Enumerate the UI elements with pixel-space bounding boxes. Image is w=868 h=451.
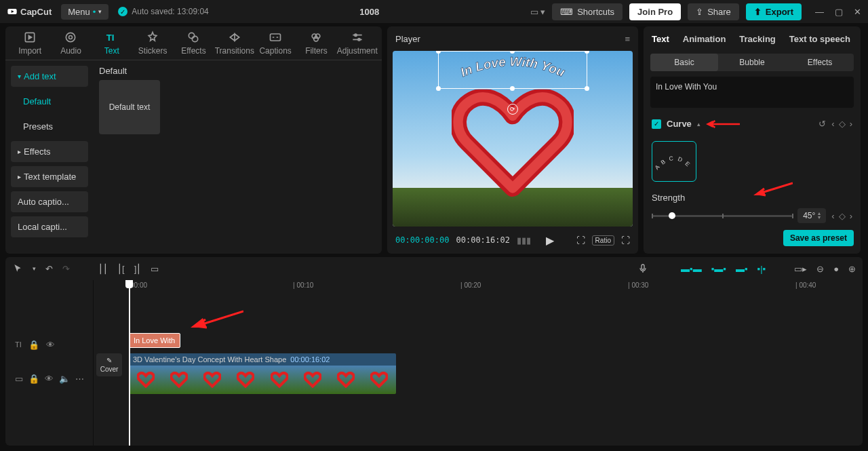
pointer-dropdown-icon[interactable]: ▾ [33, 265, 36, 272]
video-track-head: ▭ 🔒 👁 🔈 ⋯ [5, 368, 93, 389]
curve-style-preview[interactable]: A B C D E [652, 141, 696, 182]
text-track-icon: TI [15, 340, 22, 349]
cover-button[interactable]: ✎ Cover [96, 353, 122, 376]
zoom-in-icon[interactable]: ⊕ [848, 264, 856, 274]
mic-icon[interactable] [637, 263, 648, 274]
inspector-tab-tracking[interactable]: Tracking [739, 34, 775, 44]
playhead[interactable] [129, 280, 130, 446]
volume-bars-icon[interactable]: ▮▮▮ [517, 235, 531, 246]
duration-time: 00:00:16:02 [456, 235, 509, 245]
ratio-button[interactable]: Ratio [592, 235, 614, 246]
tab-filters[interactable]: Filters [296, 31, 336, 56]
trim-right-icon[interactable]: ]⎮ [134, 264, 142, 274]
text-clip[interactable]: In Love With [129, 333, 180, 348]
mute-icon[interactable]: 🔈 [59, 374, 70, 384]
autosave-status: ✓ Auto saved: 13:09:04 [118, 7, 208, 16]
shortcuts-button[interactable]: ⌨ Shortcuts [552, 3, 623, 20]
subtab-effects[interactable]: Effects [786, 54, 854, 71]
save-preset-button[interactable]: Save as preset [783, 230, 854, 246]
text-content-input[interactable]: In Love With You [650, 77, 854, 108]
link-icon[interactable]: ▪▬▪ [711, 264, 726, 274]
more-icon[interactable]: ⋯ [75, 374, 84, 384]
player-menu-icon[interactable]: ≡ [625, 34, 630, 44]
default-text-thumb[interactable]: Default text [99, 80, 160, 134]
play-button[interactable]: ▶ [546, 234, 554, 247]
edit-icon: ✎ [106, 357, 112, 364]
minimize-icon[interactable]: — [815, 7, 824, 17]
tab-import[interactable]: Import [9, 31, 50, 56]
stepper-icon[interactable]: ▴▾ [818, 212, 821, 220]
lock-icon[interactable]: 🔒 [28, 374, 39, 384]
export-button[interactable]: ⬆ Export [746, 3, 802, 20]
lock-icon[interactable]: 🔒 [28, 340, 39, 350]
tab-captions[interactable]: Captions [255, 31, 296, 56]
sidebar-item-default[interactable]: Default [11, 91, 88, 112]
tab-adjustment[interactable]: Adjustment [337, 31, 378, 56]
annotation-arrow-2 [752, 180, 793, 197]
aspect-icon[interactable]: ▭ ▾ [530, 7, 546, 17]
fullscreen-icon[interactable]: ⛶ [621, 235, 630, 246]
video-track-icon: ▭ [15, 374, 23, 384]
trim-left-icon[interactable]: ⎮[ [117, 264, 125, 274]
sidebar-item-effects[interactable]: ▸Effects [11, 141, 88, 162]
tab-audio[interactable]: Audio [50, 31, 91, 56]
sidebar-item-presets[interactable]: Presets [11, 116, 88, 137]
rotate-handle-icon[interactable]: ⟳ [507, 104, 518, 115]
tab-stickers[interactable]: Stickers [132, 31, 173, 56]
ruler-mark: | 00:40 [795, 281, 816, 289]
tab-transitions[interactable]: Transitions [214, 31, 255, 56]
sidebar-item-add-text[interactable]: ▾Add text [11, 66, 88, 87]
tab-text[interactable]: TIText [92, 31, 132, 56]
strength-value-input[interactable]: 45° ▴▾ [797, 208, 826, 223]
video-clip[interactable]: 3D Valentine's Day Concept With Heart Sh… [129, 353, 396, 394]
share-button[interactable]: ⇪ Share [688, 3, 739, 20]
keyframe-icon[interactable]: ◇ [839, 119, 846, 129]
sidebar-item-auto-captions[interactable]: Auto captio... [11, 191, 88, 212]
strength-slider[interactable] [652, 215, 792, 217]
sidebar-item-local-captions[interactable]: Local capti... [11, 216, 88, 237]
keyframe-next-icon[interactable]: › [850, 211, 852, 221]
pointer-tool-icon[interactable] [12, 263, 23, 274]
tab-effects[interactable]: Effects [173, 31, 214, 56]
delete-icon[interactable]: ▭ [151, 264, 159, 274]
sidebar-item-text-template[interactable]: ▸Text template [11, 166, 88, 187]
annotation-arrow [706, 119, 740, 129]
reset-icon[interactable]: ↺ [818, 119, 826, 129]
inspector-panel: Text Animation Tracking Text to speech B… [644, 26, 861, 254]
eye-icon[interactable]: 👁 [45, 374, 54, 384]
ruler-mark: | 00:20 [460, 281, 481, 289]
keyframe-prev-icon[interactable]: ‹ [831, 211, 834, 221]
selection-box[interactable] [438, 51, 587, 89]
subtab-basic[interactable]: Basic [650, 54, 718, 71]
keyframe-icon[interactable]: ◇ [839, 211, 846, 221]
eye-icon[interactable]: 👁 [46, 340, 55, 350]
magnet-icon[interactable]: ▬▪▬ [681, 264, 702, 274]
zoom-slider-icon[interactable]: ● [833, 264, 839, 274]
inspector-tab-animation[interactable]: Animation [683, 34, 726, 44]
subtab-bubble[interactable]: Bubble [718, 54, 786, 71]
snap-icon[interactable]: ▬▪ [736, 264, 748, 274]
redo-icon[interactable]: ↷ [62, 264, 70, 274]
app-logo: CapCut [7, 6, 52, 17]
preview-viewport[interactable]: In Love With You ⟳ [393, 51, 633, 227]
keyboard-icon: ⌨ [560, 7, 573, 17]
maximize-icon[interactable]: ▢ [835, 7, 843, 17]
svg-point-6 [193, 36, 198, 41]
zoom-out-icon[interactable]: ⊖ [816, 264, 824, 274]
keyframe-prev-icon[interactable]: ‹ [831, 119, 834, 129]
keyframe-next-icon[interactable]: › [850, 119, 852, 129]
close-icon[interactable]: ✕ [854, 7, 861, 17]
project-name: 1008 [218, 7, 521, 17]
menu-button[interactable]: Menu • ▾ [61, 4, 108, 20]
undo-icon[interactable]: ↶ [45, 264, 53, 274]
timeline-ruler[interactable]: 00:00 | 00:10 | 00:20 | 00:30 | 00:40 [125, 280, 863, 296]
join-pro-button[interactable]: Join Pro [629, 3, 681, 20]
preview-icon[interactable]: ▭▸ [794, 264, 807, 274]
inspector-tab-tts[interactable]: Text to speech [789, 34, 850, 44]
collapse-icon[interactable]: ▴ [697, 121, 701, 128]
split-icon[interactable]: ⎮⎮ [98, 264, 108, 274]
inspector-tab-text[interactable]: Text [652, 34, 669, 44]
align-icon[interactable]: ▪|▪ [757, 264, 766, 274]
curve-checkbox[interactable]: ✓ [652, 119, 661, 129]
crop-icon[interactable]: ⛶ [576, 235, 585, 246]
